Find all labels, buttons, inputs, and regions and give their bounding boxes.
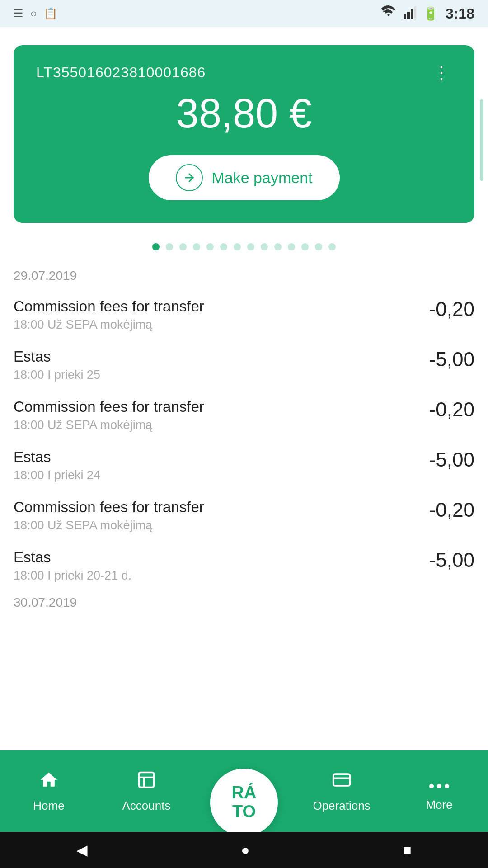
- svg-point-11: [437, 784, 441, 788]
- transaction-amount: -5,00: [429, 549, 474, 571]
- nav-label-operations: Operations: [313, 799, 370, 813]
- svg-rect-8: [333, 774, 350, 786]
- more-icon: [429, 771, 449, 793]
- carousel-dot-12[interactable]: [315, 243, 322, 250]
- wifi-icon: [380, 5, 397, 22]
- transaction-item[interactable]: Commission fees for transfer18:00 Už SEP…: [14, 390, 474, 440]
- carousel-dot-4[interactable]: [206, 243, 214, 250]
- carousel-dot-3[interactable]: [193, 243, 200, 250]
- transaction-amount: -0,20: [429, 499, 474, 521]
- nav-item-home[interactable]: Home: [0, 770, 98, 813]
- transaction-item[interactable]: Estas18:00 I prieki 25-5,00: [14, 340, 474, 390]
- transaction-item[interactable]: Commission fees for transfer18:00 Už SEP…: [14, 491, 474, 541]
- rato-text: RÁ TO: [232, 783, 257, 821]
- account-card: LT355016023810001686 ⋮ 38,80 € Make paym…: [14, 45, 474, 223]
- carousel-dot-1[interactable]: [166, 243, 173, 250]
- android-home-button[interactable]: ●: [241, 842, 249, 859]
- transaction-title: Estas: [14, 448, 420, 466]
- transaction-item[interactable]: Commission fees for transfer18:00 Už SEP…: [14, 290, 474, 340]
- transaction-subtitle: 18:00 Už SEPA mokėjimą: [14, 318, 420, 332]
- carousel-dot-5[interactable]: [220, 243, 227, 250]
- accounts-icon: [136, 770, 156, 794]
- status-left-icons: ☰ ○ 📋: [14, 7, 57, 20]
- make-payment-label: Make payment: [212, 169, 313, 187]
- nav-item-operations[interactable]: Operations: [293, 770, 390, 813]
- svg-rect-1: [407, 12, 410, 19]
- transaction-amount: -5,00: [429, 348, 474, 371]
- transaction-left: Commission fees for transfer18:00 Už SEP…: [14, 398, 420, 432]
- transaction-subtitle: 18:00 I prieki 20-21 d.: [14, 569, 420, 583]
- nav-label-home: Home: [33, 799, 64, 813]
- carousel-dot-0[interactable]: [152, 243, 160, 250]
- carousel-dot-10[interactable]: [288, 243, 295, 250]
- transaction-item[interactable]: Estas18:00 I prieki 20-21 d.-5,00: [14, 541, 474, 591]
- arrow-circle-icon: [176, 164, 203, 191]
- transaction-left: Commission fees for transfer18:00 Už SEP…: [14, 499, 420, 533]
- card-header: LT355016023810001686 ⋮: [36, 63, 452, 81]
- transaction-subtitle: 18:00 Už SEPA mokėjimą: [14, 519, 420, 533]
- svg-rect-3: [414, 6, 416, 19]
- carousel-dot-7[interactable]: [247, 243, 254, 250]
- transaction-left: Estas18:00 I prieki 25: [14, 348, 420, 382]
- transaction-amount: -0,20: [429, 398, 474, 421]
- transaction-left: Estas18:00 I prieki 24: [14, 448, 420, 482]
- svg-point-10: [429, 784, 434, 788]
- battery-icon: 🔋: [423, 6, 439, 21]
- carousel-dot-6[interactable]: [234, 243, 241, 250]
- make-payment-button[interactable]: Make payment: [149, 155, 340, 200]
- transaction-title: Commission fees for transfer: [14, 499, 420, 516]
- card-section: LT355016023810001686 ⋮ 38,80 € Make paym…: [0, 27, 488, 232]
- clipboard-icon: 📋: [44, 7, 57, 20]
- rato-button[interactable]: RÁ TO: [210, 769, 278, 836]
- signal-bars-icon: [404, 5, 416, 22]
- nav-item-more[interactable]: More: [390, 771, 488, 812]
- status-bar: ☰ ○ 📋 🔋 3:18: [0, 0, 488, 27]
- bottom-navigation: Home Accounts RÁ TO Operations: [0, 750, 488, 832]
- rato-line1: RÁ: [232, 783, 257, 802]
- android-recent-button[interactable]: ■: [403, 842, 411, 859]
- account-balance: 38,80 €: [36, 90, 452, 137]
- nav-item-accounts[interactable]: Accounts: [98, 770, 195, 813]
- account-number: LT355016023810001686: [36, 64, 206, 81]
- svg-point-12: [445, 784, 449, 788]
- carousel-dot-13[interactable]: [328, 243, 336, 250]
- android-navigation-bar: ◀ ● ■: [0, 832, 488, 868]
- time-display: 3:18: [446, 5, 474, 22]
- transaction-title: Estas: [14, 549, 420, 566]
- notification-icon: ○: [30, 7, 37, 20]
- transaction-subtitle: 18:00 Už SEPA mokėjimą: [14, 418, 420, 432]
- transaction-left: Estas18:00 I prieki 20-21 d.: [14, 549, 420, 583]
- transactions-list: 29.07.2019Commission fees for transfer18…: [0, 264, 488, 617]
- nav-label-accounts: Accounts: [122, 799, 171, 813]
- operations-icon: [332, 770, 352, 794]
- main-content: LT355016023810001686 ⋮ 38,80 € Make paym…: [0, 27, 488, 750]
- card-menu-button[interactable]: ⋮: [432, 63, 452, 81]
- transaction-amount: -5,00: [429, 448, 474, 471]
- transaction-title: Commission fees for transfer: [14, 398, 420, 415]
- svg-rect-5: [139, 772, 154, 787]
- signal-icon: ☰: [14, 7, 23, 20]
- rato-line2: TO: [232, 802, 256, 821]
- home-icon: [39, 770, 59, 794]
- transaction-amount: -0,20: [429, 298, 474, 321]
- carousel-dot-11[interactable]: [301, 243, 309, 250]
- android-back-button[interactable]: ◀: [76, 841, 88, 859]
- svg-rect-2: [411, 9, 413, 19]
- carousel-dots: [0, 232, 488, 264]
- transaction-title: Estas: [14, 348, 420, 365]
- transaction-title: Commission fees for transfer: [14, 298, 420, 315]
- carousel-dot-8[interactable]: [261, 243, 268, 250]
- nav-label-more: More: [426, 798, 452, 812]
- carousel-dot-9[interactable]: [274, 243, 282, 250]
- transaction-date-header: 29.07.2019: [14, 264, 474, 290]
- svg-rect-0: [404, 14, 406, 19]
- transaction-subtitle: 18:00 I prieki 24: [14, 468, 420, 482]
- status-right-icons: 🔋 3:18: [380, 5, 474, 22]
- transaction-left: Commission fees for transfer18:00 Už SEP…: [14, 298, 420, 332]
- scroll-indicator: [480, 99, 483, 181]
- transaction-subtitle: 18:00 I prieki 25: [14, 368, 420, 382]
- transaction-item[interactable]: Estas18:00 I prieki 24-5,00: [14, 440, 474, 491]
- transaction-date-header: 30.07.2019: [14, 591, 474, 617]
- carousel-dot-2[interactable]: [179, 243, 187, 250]
